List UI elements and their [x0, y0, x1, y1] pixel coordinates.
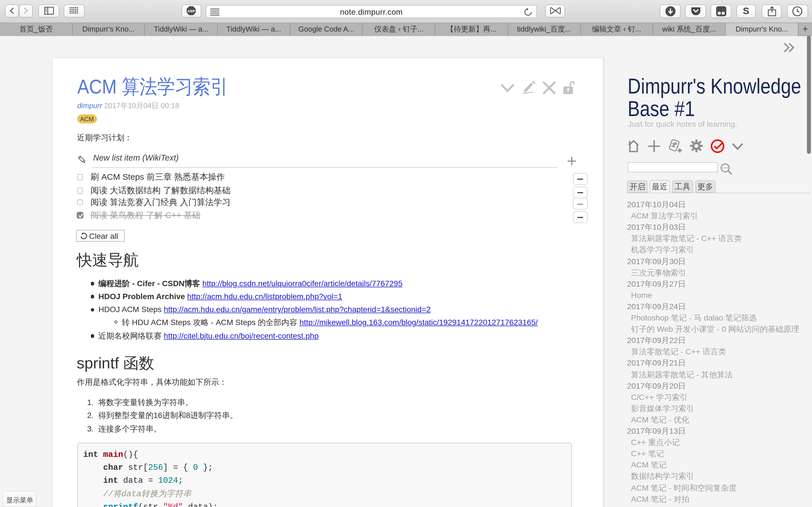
svg-text:ABP: ABP: [187, 9, 195, 13]
